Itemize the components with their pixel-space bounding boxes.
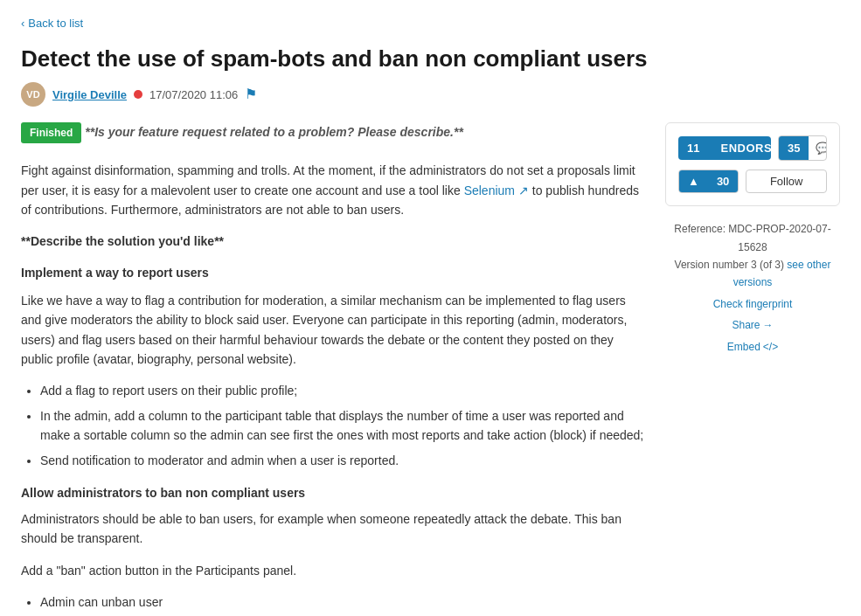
section1-text: Like we have a way to flag a contributio… xyxy=(21,291,644,370)
version-of: (of 3) xyxy=(760,259,784,271)
list-item: Send notification to moderator and admin… xyxy=(40,451,644,470)
intro-bold: **Is your feature request related to a p… xyxy=(85,125,463,139)
share-link[interactable]: Share → xyxy=(732,316,773,334)
vote-panel: 11 ENDORSE 35 💬 ▲ 30 Follow xyxy=(665,122,840,206)
version-label: Version number 3 xyxy=(675,259,757,271)
flag-icon[interactable]: ⚑ xyxy=(245,84,257,105)
endorse-label: ENDORSE xyxy=(708,136,770,160)
section2-text2: Add a "ban" action button in the Partici… xyxy=(21,561,644,580)
follow-row: ▲ 30 Follow xyxy=(678,170,827,193)
follow-button[interactable]: Follow xyxy=(746,170,827,193)
chevron-left-icon: ‹ xyxy=(21,15,24,32)
status-badge: Finished xyxy=(21,122,81,143)
endorse-button[interactable]: 11 ENDORSE xyxy=(678,136,771,160)
back-to-list-link[interactable]: ‹ Back to list xyxy=(21,15,83,32)
page-title: Detect the use of spam-bots and ban non … xyxy=(21,45,840,74)
post-date: 17/07/2020 11:06 xyxy=(149,87,238,104)
reference-label: Reference: MDC-PROP-2020-07-15628 xyxy=(665,220,840,256)
back-link-label: Back to list xyxy=(28,15,83,32)
action-links: Check fingerprint Share → Embed </> xyxy=(665,295,840,356)
comment-count: 35 xyxy=(779,136,809,160)
follower-up-arrow: ▲ xyxy=(679,170,708,192)
online-indicator xyxy=(134,90,142,99)
section1-bullet-list: Add a flag to report users on their publ… xyxy=(21,381,644,470)
comment-icon: 💬 xyxy=(809,136,827,160)
body-paragraph-1: Fight against disinformation, spamming a… xyxy=(21,161,644,219)
section2-heading: Allow administrators to ban non complian… xyxy=(21,484,644,502)
share-label: Share xyxy=(732,316,760,334)
section2-text1: Administrators should be able to ban use… xyxy=(21,509,644,549)
list-item: Add a flag to report users on their publ… xyxy=(40,381,644,400)
follower-count: 30 xyxy=(708,170,738,192)
embed-icon: </> xyxy=(763,338,778,356)
embed-label: Embed xyxy=(727,338,760,356)
endorse-count: 11 xyxy=(678,136,708,160)
follower-button[interactable]: ▲ 30 xyxy=(678,170,739,193)
author-link[interactable]: Virgile Deville xyxy=(52,87,127,104)
section1-heading: Implement a way to report users xyxy=(21,264,644,282)
list-item: Admin can unban user xyxy=(40,592,644,612)
selenium-link[interactable]: Selenium ↗ xyxy=(464,183,529,197)
version-info: Version number 3 (of 3) see other versio… xyxy=(665,256,840,292)
check-fingerprint-link[interactable]: Check fingerprint xyxy=(713,295,793,313)
reference-info: Reference: MDC-PROP-2020-07-15628 Versio… xyxy=(665,220,840,356)
content-area: Finished **Is your feature request relat… xyxy=(21,122,644,616)
share-icon: → xyxy=(763,316,774,334)
vote-row: 11 ENDORSE 35 💬 xyxy=(678,135,827,161)
meta-row: VD Virgile Deville 17/07/2020 11:06 ⚑ xyxy=(21,82,840,107)
list-item: In the admin, add a column to the partic… xyxy=(40,406,644,446)
section2-bullet-list: Admin can unban user Users will be banne… xyxy=(21,592,644,616)
comment-button[interactable]: 35 💬 xyxy=(778,135,827,161)
avatar: VD xyxy=(21,82,45,107)
sidebar: 11 ENDORSE 35 💬 ▲ 30 Follow xyxy=(665,122,840,616)
embed-link[interactable]: Embed </> xyxy=(727,338,778,356)
describe-solution-label: **Describe the solution you'd like** xyxy=(21,232,644,251)
